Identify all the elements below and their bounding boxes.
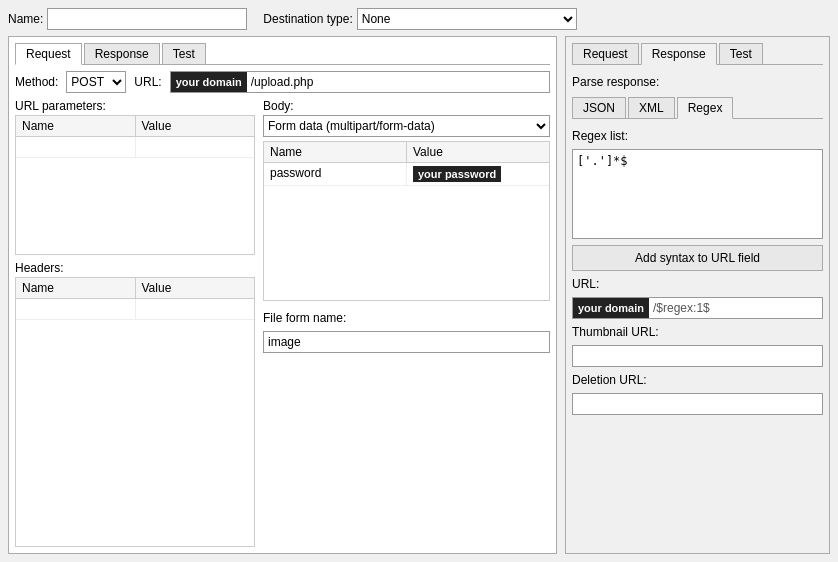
table-cell-value	[136, 137, 255, 157]
deletion-url-section: Deletion URL:	[572, 373, 823, 415]
tab-request-left[interactable]: Request	[15, 43, 82, 65]
url-params-table-body	[16, 137, 254, 197]
top-row: Name: Destination type: None	[8, 8, 830, 30]
parse-tab-json[interactable]: JSON	[572, 97, 626, 118]
left-tab-bar: Request Response Test	[15, 43, 550, 65]
method-label: Method:	[15, 75, 58, 89]
main-container: Name: Destination type: None Request Res…	[0, 0, 838, 562]
file-form-label: File form name:	[263, 311, 550, 325]
right-col: Body: Form data (multipart/form-data) Na…	[263, 99, 550, 547]
parse-tab-bar: JSON XML Regex	[572, 97, 823, 119]
body-table-body: password your password	[264, 163, 549, 223]
name-field-group: Name:	[8, 8, 247, 30]
body-label: Body:	[263, 99, 550, 113]
file-form-section: File form name:	[263, 311, 550, 353]
body-cell-value: your password	[407, 163, 549, 185]
deletion-url-input[interactable]	[572, 393, 823, 415]
tab-test-right[interactable]: Test	[719, 43, 763, 64]
deletion-url-label: Deletion URL:	[572, 373, 823, 387]
headers-table: Name Value	[15, 277, 255, 547]
regex-textarea[interactable]: ['.']*$	[572, 149, 823, 239]
right-url-label: URL:	[572, 277, 823, 291]
left-panel: Request Response Test Method: POST URL: …	[8, 36, 557, 554]
content-area: Request Response Test Method: POST URL: …	[8, 36, 830, 554]
left-col: URL parameters: Name Value	[15, 99, 255, 547]
url-input-container: your domain	[170, 71, 550, 93]
headers-col-value: Value	[136, 278, 255, 298]
tab-request-right[interactable]: Request	[572, 43, 639, 64]
password-badge: your password	[413, 166, 501, 182]
method-select[interactable]: POST	[66, 71, 126, 93]
table-cell-value	[136, 299, 255, 319]
two-column-layout: URL parameters: Name Value	[15, 99, 550, 547]
table-row	[16, 137, 254, 158]
add-syntax-button[interactable]: Add syntax to URL field	[572, 245, 823, 271]
dest-type-select[interactable]: None	[357, 8, 577, 30]
file-form-input[interactable]	[263, 331, 550, 353]
headers-table-body	[16, 299, 254, 359]
body-table: Name Value password your password	[263, 141, 550, 301]
thumbnail-url-section: Thumbnail URL:	[572, 325, 823, 367]
headers-label: Headers:	[15, 261, 255, 275]
body-col-name: Name	[264, 142, 407, 162]
right-panel: Request Response Test Parse response: JS…	[565, 36, 830, 554]
tab-response-left[interactable]: Response	[84, 43, 160, 64]
method-url-row: Method: POST URL: your domain	[15, 71, 550, 93]
right-url-domain-badge: your domain	[573, 298, 649, 318]
name-input[interactable]	[47, 8, 247, 30]
headers-table-header: Name Value	[16, 278, 254, 299]
url-path-input[interactable]	[247, 75, 549, 89]
thumbnail-url-input[interactable]	[572, 345, 823, 367]
body-cell-name: password	[264, 163, 407, 185]
headers-col-name: Name	[16, 278, 136, 298]
parse-response-label: Parse response:	[572, 75, 823, 89]
body-type-select[interactable]: Form data (multipart/form-data)	[263, 115, 550, 137]
url-params-col-value: Value	[136, 116, 255, 136]
thumbnail-url-label: Thumbnail URL:	[572, 325, 823, 339]
url-params-table-header: Name Value	[16, 116, 254, 137]
parse-tab-xml[interactable]: XML	[628, 97, 675, 118]
table-row: password your password	[264, 163, 549, 186]
dest-type-group: Destination type: None	[263, 8, 576, 30]
url-params-table: Name Value	[15, 115, 255, 255]
url-params-label: URL parameters:	[15, 99, 255, 113]
table-row	[16, 299, 254, 320]
url-domain-badge: your domain	[171, 72, 247, 92]
body-section: Body: Form data (multipart/form-data) Na…	[263, 99, 550, 301]
regex-list-label: Regex list:	[572, 129, 823, 143]
tab-test-left[interactable]: Test	[162, 43, 206, 64]
tab-response-right[interactable]: Response	[641, 43, 717, 65]
body-table-header: Name Value	[264, 142, 549, 163]
url-params-section: URL parameters: Name Value	[15, 99, 255, 255]
url-label: URL:	[134, 75, 161, 89]
parse-tab-regex[interactable]: Regex	[677, 97, 734, 119]
table-cell-name	[16, 137, 136, 157]
right-url-path-input[interactable]	[649, 301, 822, 315]
right-url-input-container: your domain	[572, 297, 823, 319]
right-url-section: URL: your domain	[572, 277, 823, 319]
table-cell-name	[16, 299, 136, 319]
body-col-value: Value	[407, 142, 549, 162]
headers-section: Headers: Name Value	[15, 261, 255, 547]
right-tab-bar: Request Response Test	[572, 43, 823, 65]
dest-type-label: Destination type:	[263, 12, 352, 26]
url-params-col-name: Name	[16, 116, 136, 136]
name-label: Name:	[8, 12, 43, 26]
